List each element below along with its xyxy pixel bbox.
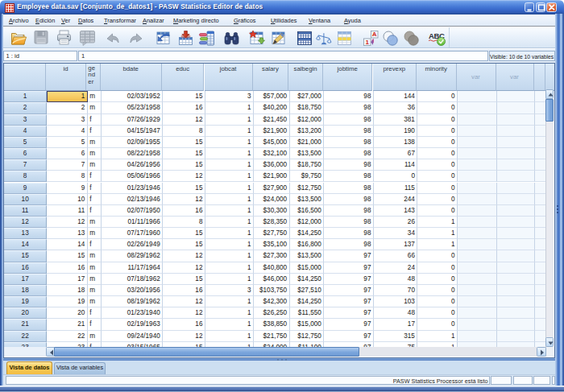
svg-text:1: 1 (365, 38, 369, 45)
svg-text:A: A (371, 31, 376, 38)
